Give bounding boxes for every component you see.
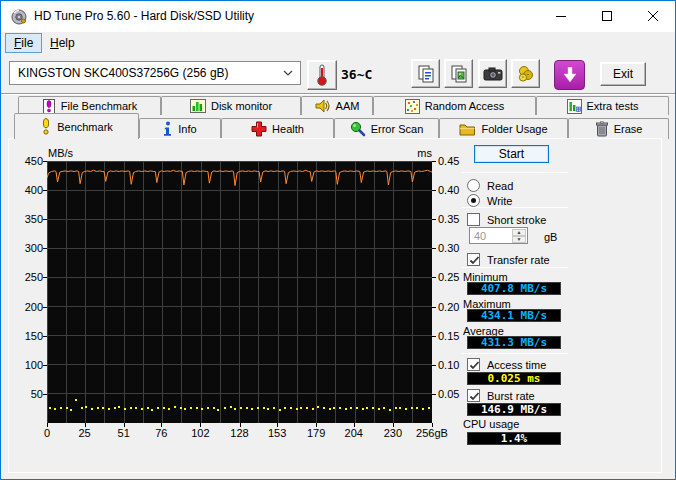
tab-label: Extra tests — [587, 100, 639, 112]
window-title: HD Tune Pro 5.60 - Hard Disk/SSD Utility — [34, 9, 254, 23]
left-axis-title: MB/s — [48, 147, 73, 159]
disk-monitor-icon — [190, 99, 206, 113]
short-stroke-size-value: 40 — [474, 230, 486, 242]
minimize-icon — [556, 11, 567, 22]
toolbar-divider — [1, 93, 675, 95]
tick-mark — [432, 219, 436, 220]
burst-rate-label: Burst rate — [487, 390, 535, 402]
temperature-value: 36~C — [341, 67, 372, 82]
tab-benchmark[interactable]: Benchmark — [14, 113, 139, 139]
tick-mark — [432, 161, 436, 162]
tick-mark — [432, 423, 433, 427]
download-update-icon — [563, 67, 577, 83]
title-bar[interactable]: HD Tune Pro 5.60 - Hard Disk/SSD Utility — [1, 1, 675, 32]
tick-mark — [393, 423, 394, 427]
tab-info[interactable]: Info — [139, 118, 221, 139]
transfer-rate-checkbox[interactable] — [467, 253, 480, 266]
tab-random-access[interactable]: Random Access — [373, 96, 536, 115]
close-icon — [648, 11, 659, 22]
tab-label: Benchmark — [57, 121, 113, 133]
x-axis-tick: 102 — [178, 427, 222, 439]
exclamation-icon — [40, 118, 52, 135]
close-button[interactable] — [630, 1, 676, 32]
options-button[interactable] — [511, 59, 540, 88]
check-icon — [469, 391, 480, 402]
cpu-usage-label: CPU usage — [463, 418, 519, 430]
tab-folder-usage[interactable]: Folder Usage — [439, 118, 568, 139]
copy-text-icon — [417, 65, 435, 83]
maximum-value: 434.1 MB/s — [467, 309, 561, 322]
copy-text-button[interactable] — [411, 59, 440, 88]
transfer-rate-label: Transfer rate — [487, 254, 550, 266]
tick-mark — [432, 307, 436, 308]
spin-down-icon[interactable]: ▼ — [512, 236, 526, 243]
tab-erase[interactable]: Erase — [568, 118, 669, 139]
spin-up-icon[interactable]: ▲ — [512, 229, 526, 236]
exit-button[interactable]: Exit — [600, 62, 646, 86]
tick-mark — [240, 423, 241, 427]
check-icon — [469, 255, 480, 266]
tick-mark — [124, 423, 125, 427]
tab-health[interactable]: Health — [221, 118, 334, 139]
tab-label: Erase — [614, 123, 643, 135]
info-icon — [163, 121, 173, 137]
left-axis-tick: 200 — [7, 301, 43, 313]
tab-error-scan[interactable]: Error Scan — [334, 118, 439, 139]
magnifier-icon — [350, 121, 366, 137]
menu-file[interactable]: File — [5, 33, 42, 53]
x-axis-tick: 153 — [255, 427, 299, 439]
health-cross-icon — [251, 121, 267, 137]
maximize-icon — [602, 11, 613, 22]
drive-selector[interactable]: KINGSTON SKC400S37256G (256 gB) — [9, 61, 301, 85]
copy-image-button[interactable] — [444, 59, 473, 88]
app-window: HD Tune Pro 5.60 - Hard Disk/SSD Utility… — [0, 0, 676, 480]
trash-icon — [595, 121, 609, 137]
tab-extra-tests[interactable]: Extra tests — [536, 96, 669, 115]
access-time-checkbox[interactable] — [467, 358, 480, 371]
left-axis-tick: 250 — [7, 271, 43, 283]
update-button[interactable] — [554, 60, 585, 90]
minimize-button[interactable] — [538, 1, 584, 32]
right-axis-tick: 0.30 — [438, 242, 459, 254]
maximize-button[interactable] — [584, 1, 630, 32]
burst-rate-checkbox[interactable] — [467, 389, 480, 402]
read-radio[interactable] — [467, 179, 480, 192]
drive-selector-value: KINGSTON SKC400S37256G (256 gB) — [18, 66, 229, 80]
tab-label: Random Access — [425, 100, 504, 112]
camera-icon — [483, 66, 503, 82]
separator — [462, 267, 568, 268]
left-axis-tick: 450 — [7, 155, 43, 167]
access-time-value: 0.025 ms — [467, 372, 561, 385]
folder-icon — [459, 122, 476, 136]
tab-label: Info — [178, 123, 196, 135]
app-icon — [11, 9, 27, 25]
tick-mark — [43, 190, 47, 191]
tick-mark — [432, 248, 436, 249]
coins-icon — [516, 64, 536, 84]
short-stroke-unit: gB — [544, 231, 557, 243]
left-axis-tick: 300 — [7, 242, 43, 254]
short-stroke-label: Short stroke — [487, 214, 546, 226]
tab-aam[interactable]: AAM — [301, 96, 373, 115]
write-radio[interactable] — [467, 194, 480, 207]
tab-label: Disk monitor — [211, 100, 272, 112]
left-axis-tick: 50 — [7, 388, 43, 400]
chevron-down-icon — [283, 70, 293, 76]
menu-help[interactable]: Help — [41, 33, 84, 53]
separator — [462, 207, 568, 208]
check-icon — [469, 360, 480, 371]
tick-mark — [432, 394, 436, 395]
screenshot-button[interactable] — [478, 59, 507, 88]
write-radio-label: Write — [487, 195, 512, 207]
tab-label: AAM — [336, 100, 360, 112]
tick-mark — [43, 365, 47, 366]
start-button[interactable]: Start — [474, 145, 549, 163]
tab-disk-monitor[interactable]: Disk monitor — [161, 96, 301, 115]
tab-label: File Benchmark — [61, 100, 137, 112]
right-axis-tick: 0.20 — [438, 301, 459, 313]
short-stroke-size-spinner[interactable]: 40 ▲ ▼ — [469, 227, 528, 244]
right-axis-tick: 0.10 — [438, 359, 459, 371]
average-value: 431.3 MB/s — [467, 336, 561, 349]
temperature-button[interactable] — [307, 60, 337, 90]
short-stroke-checkbox[interactable] — [467, 213, 480, 226]
